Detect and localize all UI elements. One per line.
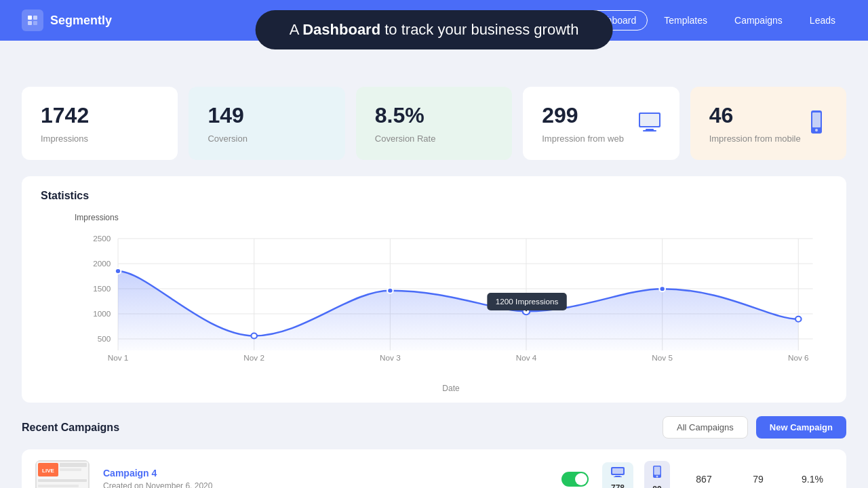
main-content: 1742 Impressions 149 Coversion 8.5% Cove… (0, 73, 868, 488)
svg-rect-57 (654, 466, 660, 474)
web-badge: 778 (602, 462, 633, 489)
svg-point-38 (795, 317, 802, 322)
svg-point-33 (115, 268, 121, 274)
svg-point-10 (815, 129, 818, 131)
svg-rect-49 (38, 479, 87, 482)
statistics-section: Statistics Impressions (22, 176, 846, 403)
web-badge-icon (610, 466, 625, 481)
svg-rect-47 (60, 463, 87, 467)
svg-text:Nov 5: Nov 5 (652, 354, 673, 362)
stat-card-conversion: 149 Coversion (189, 87, 344, 160)
nav-leads[interactable]: Leads (799, 11, 846, 30)
nav-campaigns[interactable]: Campaigns (724, 11, 793, 30)
svg-rect-55 (614, 476, 622, 477)
chart-x-label: Date (75, 384, 827, 393)
svg-rect-3 (33, 21, 37, 25)
stat-card-impressions: 1742 Impressions (22, 87, 178, 160)
svg-point-34 (251, 333, 257, 339)
campaign-toggle[interactable] (561, 472, 589, 487)
statistics-title: Statistics (41, 190, 827, 202)
monitor-icon (636, 108, 663, 138)
svg-text:2000: 2000 (93, 260, 111, 268)
conversion-label: Coversion (208, 134, 326, 144)
all-campaigns-button[interactable]: All Campaigns (663, 416, 748, 439)
campaigns-header: Recent Campaigns All Campaigns New Campa… (22, 416, 846, 439)
svg-text:1000: 1000 (93, 310, 111, 318)
svg-rect-0 (28, 16, 32, 20)
svg-rect-2 (28, 21, 32, 25)
svg-text:2500: 2500 (93, 235, 111, 243)
mobile-icon (803, 108, 830, 138)
svg-point-58 (656, 475, 658, 477)
app-name: Segmently (50, 14, 112, 28)
mobile-badge-icon (652, 465, 662, 482)
campaign-leads: 79 (738, 474, 778, 485)
stat-cards: 1742 Impressions 149 Coversion 8.5% Cove… (22, 87, 846, 160)
svg-text:1200 Impressions: 1200 Impressions (496, 298, 559, 306)
chart-svg: 2500 2000 1500 1000 500 Nov 1 Nov 2 Nov … (75, 225, 827, 381)
svg-text:1500: 1500 (93, 285, 111, 293)
svg-text:Nov 2: Nov 2 (243, 354, 264, 362)
rate-label: Coversion Rate (375, 134, 493, 144)
svg-rect-1 (33, 16, 37, 20)
campaign-toggle-wrap (561, 472, 589, 487)
svg-rect-9 (812, 113, 821, 127)
campaign-rate: 9.1% (792, 474, 833, 485)
stat-card-mobile: 46 Impression from mobile (690, 87, 846, 160)
new-campaign-button[interactable]: New Campaign (756, 416, 846, 439)
svg-text:Nov 3: Nov 3 (380, 354, 401, 362)
svg-rect-6 (643, 130, 656, 131)
svg-rect-7 (640, 114, 659, 126)
chart-area: 2500 2000 1500 1000 500 Nov 1 Nov 2 Nov … (75, 225, 827, 381)
nav-templates[interactable]: Templates (653, 11, 718, 30)
logo-icon (22, 9, 43, 31)
hero-text: A Dashboard to track your business growt… (290, 21, 579, 38)
svg-text:Nov 1: Nov 1 (108, 354, 129, 362)
hero-banner: A Dashboard to track your business growt… (256, 10, 613, 49)
mobile-badge-value: 89 (652, 485, 661, 489)
chart-y-label: Impressions (75, 213, 827, 222)
conversion-value: 149 (208, 103, 326, 128)
mobile-badge: 89 (644, 461, 670, 489)
impressions-value: 1742 (41, 103, 159, 128)
campaigns-actions: All Campaigns New Campaign (663, 416, 846, 439)
svg-text:500: 500 (98, 335, 111, 343)
impressions-label: Impressions (41, 134, 159, 144)
campaigns-section: Recent Campaigns All Campaigns New Campa… (22, 416, 846, 488)
campaign-name[interactable]: Campaign 4 (103, 468, 548, 479)
chart-container: Impressions 2 (41, 213, 827, 389)
svg-rect-50 (38, 485, 79, 487)
svg-point-35 (387, 288, 393, 293)
svg-rect-48 (60, 468, 81, 471)
svg-text:Nov 4: Nov 4 (516, 354, 537, 362)
logo: Segmently (22, 9, 112, 31)
svg-text:Nov 6: Nov 6 (788, 354, 809, 362)
campaign-stat-badges: 778 89 (602, 461, 670, 489)
svg-text:LIVE: LIVE (42, 468, 54, 474)
rate-value: 8.5% (375, 103, 493, 128)
web-badge-value: 778 (611, 483, 625, 489)
campaign-row: LIVE Campaign 4 Created on November 6, 2… (22, 449, 846, 488)
campaign-total: 867 (684, 474, 724, 485)
campaign-info: Campaign 4 Created on November 6, 2020 (103, 468, 548, 488)
nav-links: Dashboard Templates Campaigns Leads (578, 10, 846, 30)
svg-point-37 (659, 286, 665, 291)
toggle-dot (575, 473, 587, 485)
campaign-thumbnail: LIVE (35, 460, 90, 488)
stat-card-web: 299 Impression from web (523, 87, 679, 160)
stat-card-rate: 8.5% Coversion Rate (356, 87, 512, 160)
campaign-date: Created on November 6, 2020 (103, 481, 548, 488)
campaigns-title: Recent Campaigns (22, 422, 119, 434)
svg-rect-53 (612, 468, 623, 474)
